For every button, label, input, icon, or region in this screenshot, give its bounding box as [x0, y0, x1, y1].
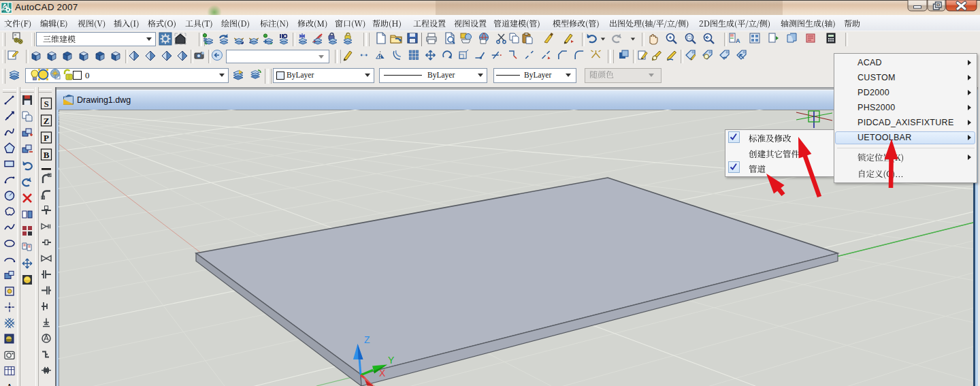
- svg-text:P: P: [44, 133, 49, 143]
- svg-text:Z: Z: [44, 116, 50, 126]
- svg-text:S: S: [44, 99, 48, 109]
- svg-text:A: A: [6, 382, 14, 386]
- svg-text:A: A: [736, 37, 740, 44]
- svg-text:B: B: [44, 150, 50, 160]
